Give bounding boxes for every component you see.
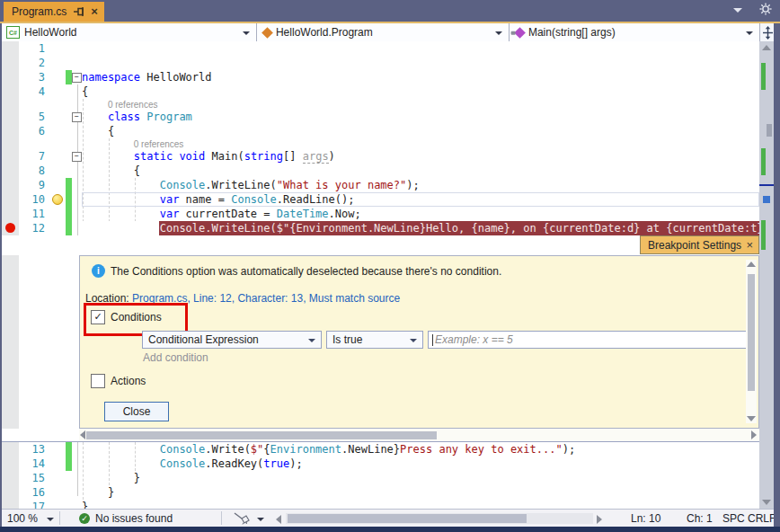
condition-operator-dropdown[interactable]: Is true (326, 331, 423, 349)
code-cleanup-icon[interactable] (234, 512, 250, 525)
lock-icon (511, 31, 516, 34)
scroll-down-icon[interactable] (747, 416, 756, 421)
breakpoint-margin-cell[interactable] (2, 500, 19, 509)
scrollbar-thumb[interactable] (767, 124, 772, 137)
change-bar-empty (66, 485, 72, 500)
breakpoint-margin-cell[interactable] (2, 124, 19, 138)
code-text[interactable]: Console.WriteLine($"{Environment.NewLine… (82, 221, 759, 235)
lightbulb-icon[interactable] (52, 194, 63, 205)
codelens-references[interactable]: 0 references (82, 139, 183, 149)
tab-close-icon[interactable]: × (91, 6, 98, 17)
window-position-chevron-icon[interactable] (733, 8, 742, 13)
chevron-down-icon[interactable] (257, 518, 264, 521)
editor-vertical-scrollbar[interactable] (759, 41, 774, 509)
breakpoint-margin-cell[interactable] (2, 442, 19, 457)
gear-icon[interactable] (759, 3, 772, 15)
column-indicator[interactable]: Ch: 1 (687, 512, 713, 525)
breakpoint-margin-cell[interactable] (2, 485, 19, 500)
code-text[interactable]: } (82, 471, 759, 485)
editor-horizontal-scrollbar[interactable] (286, 513, 593, 524)
code-text[interactable]: namespace HelloWorld (82, 70, 759, 84)
condition-expression-input[interactable]: Example: x == 5 (428, 331, 749, 349)
change-bar-empty (66, 149, 72, 164)
no-issues-icon: ✓ (79, 513, 90, 524)
scrollbar-change-mark (761, 63, 766, 90)
code-text[interactable]: { (82, 164, 759, 178)
change-bar-empty (66, 164, 72, 178)
member-dropdown[interactable]: Main(string[] args) (510, 23, 759, 41)
code-text[interactable]: Console.ReadKey(true); (82, 457, 759, 471)
codelens-row: 0 references (2, 138, 759, 149)
panel-horizontal-scrollbar[interactable] (79, 429, 759, 441)
code-text[interactable]: var name = Console.ReadLine(); (82, 192, 759, 207)
codelens-references[interactable]: 0 references (82, 100, 157, 110)
pin-icon[interactable] (74, 6, 86, 17)
scrollbar-thumb[interactable] (748, 274, 755, 391)
line-number: 6 (19, 124, 50, 138)
change-bar-empty (66, 84, 72, 99)
scroll-up-icon[interactable] (747, 262, 756, 267)
scroll-left-icon[interactable] (276, 515, 281, 524)
panel-vertical-scrollbar[interactable] (746, 260, 757, 423)
code-text[interactable]: Console.WriteLine("What is your name?"); (82, 178, 759, 192)
breakpoint-margin-cell[interactable] (2, 457, 19, 471)
breakpoint-settings-tab[interactable]: Breakpoint Settings × (640, 235, 759, 254)
condition-type-dropdown[interactable]: Conditional Expression (142, 331, 322, 349)
breakpoint-margin-cell[interactable] (2, 178, 19, 192)
zoom-level-dropdown[interactable]: 100 % (7, 512, 38, 525)
breakpoint-margin-cell[interactable] (2, 84, 19, 99)
conditions-checkbox[interactable]: ✓ (91, 310, 105, 324)
type-dropdown[interactable]: HelloWorld.Program (257, 23, 510, 41)
code-text[interactable] (82, 41, 759, 56)
breakpoint-margin-cell[interactable] (2, 221, 19, 235)
condition-type-value: Conditional Expression (148, 333, 259, 346)
code-text[interactable]: class Program (82, 110, 759, 124)
breakpoint-margin-cell[interactable] (2, 471, 19, 485)
breakpoint-margin-cell[interactable] (2, 207, 19, 221)
project-dropdown[interactable]: C# HelloWorld (2, 23, 257, 41)
tab-program-cs[interactable]: Program.cs × (4, 2, 104, 22)
fold-collapse-icon[interactable]: − (72, 112, 82, 122)
breakpoint-margin-cell[interactable] (2, 41, 19, 56)
add-condition-link[interactable]: Add condition (143, 351, 208, 364)
code-line-17: 17} (2, 500, 759, 509)
code-text[interactable]: { (82, 124, 759, 138)
breakpoint-margin-cell[interactable] (2, 56, 19, 70)
separator (221, 511, 222, 525)
scroll-up-icon[interactable] (762, 45, 771, 50)
code-text[interactable]: var currentDate = DateTime.Now; (82, 207, 759, 221)
split-editor-button[interactable] (759, 23, 775, 41)
code-editor[interactable]: 123−namespace HelloWorld4{0 references5−… (2, 41, 759, 509)
code-line-11: 11 var currentDate = DateTime.Now; (2, 207, 759, 221)
fold-collapse-icon[interactable]: − (72, 73, 82, 83)
line-indicator[interactable]: Ln: 10 (631, 512, 660, 525)
csharp-project-icon: C# (6, 26, 20, 39)
scrollbar-thumb[interactable] (288, 514, 527, 523)
breakpoint-margin-cell[interactable] (2, 192, 19, 207)
close-button[interactable]: Close (104, 402, 169, 421)
line-ending-indicator[interactable]: CRLF (748, 512, 776, 525)
actions-checkbox[interactable] (91, 374, 105, 388)
breakpoint-margin-cell[interactable] (2, 149, 19, 164)
spaces-indicator[interactable]: SPC (722, 512, 745, 525)
code-text[interactable]: Console.Write($"{Environment.NewLine}Pre… (82, 442, 759, 457)
fold-collapse-icon[interactable]: − (72, 152, 82, 162)
health-indicator-message[interactable]: No issues found (95, 512, 173, 525)
scroll-down-icon[interactable] (762, 500, 771, 505)
breakpoint-margin-cell[interactable] (2, 70, 19, 84)
code-text[interactable]: } (82, 485, 759, 500)
scroll-right-icon[interactable] (751, 430, 757, 439)
breakpoint-margin-cell[interactable] (2, 164, 19, 178)
code-text[interactable] (82, 56, 759, 70)
code-text[interactable]: { (82, 84, 759, 99)
scroll-right-icon[interactable] (597, 515, 602, 524)
breakpoint-margin-cell[interactable] (2, 110, 19, 124)
code-text[interactable]: static void Main(string[] args) (82, 149, 759, 164)
scrollbar-thumb[interactable] (86, 431, 437, 439)
type-dropdown-value: HelloWorld.Program (276, 26, 373, 39)
code-text[interactable]: } (82, 500, 759, 509)
breakpoint-icon[interactable] (5, 223, 15, 233)
close-icon[interactable]: × (746, 238, 753, 252)
chevron-down-icon[interactable] (47, 518, 54, 521)
scroll-left-icon[interactable] (80, 430, 85, 439)
